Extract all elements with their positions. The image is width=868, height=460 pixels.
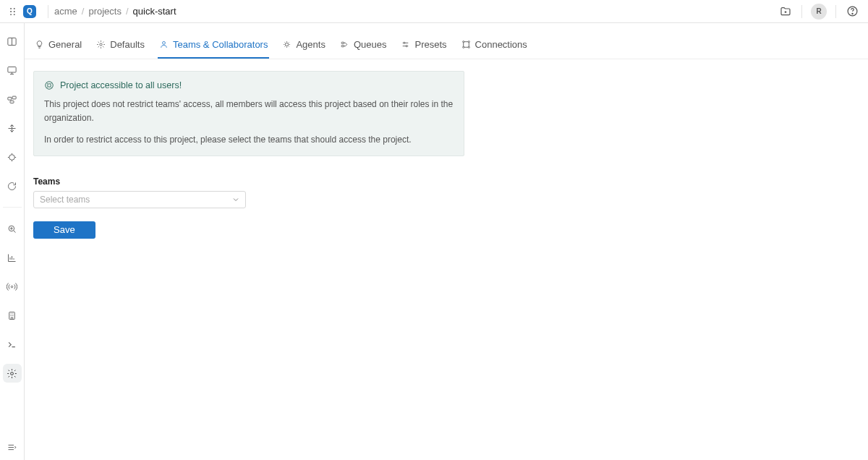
alert-line: In order to restrict access to this proj… [44, 133, 454, 147]
svg-point-4 [14, 11, 15, 12]
panel: Project accessible to all users! This pr… [25, 59, 473, 250]
tab-queues[interactable]: Queues [339, 36, 388, 59]
bulb-icon [35, 40, 44, 49]
svg-point-17 [11, 372, 14, 375]
svg-point-27 [462, 46, 464, 48]
breadcrumb-item[interactable]: acme [54, 6, 77, 17]
svg-point-2 [10, 14, 12, 15]
svg-point-26 [468, 41, 469, 43]
svg-point-15 [11, 286, 13, 288]
body: General Defaults Teams & Collaborators A… [0, 23, 868, 460]
tab-label: Teams & Collaborators [173, 39, 268, 50]
svg-rect-22 [341, 46, 344, 47]
svg-point-24 [407, 46, 408, 47]
terminal-icon[interactable] [3, 335, 22, 354]
panels-icon[interactable] [3, 32, 22, 51]
life-ring-icon [44, 80, 54, 90]
svg-point-0 [10, 7, 12, 9]
tab-label: Connections [475, 39, 527, 50]
building-icon[interactable] [3, 306, 22, 325]
teams-input[interactable] [33, 191, 246, 208]
breadcrumb-current[interactable]: quick-start [133, 6, 176, 17]
help-icon[interactable] [842, 1, 862, 22]
alert-title-row: Project accessible to all users! [44, 80, 454, 90]
info-alert: Project accessible to all users! This pr… [33, 71, 464, 156]
divider [835, 5, 836, 18]
svg-point-25 [462, 41, 464, 43]
svg-point-13 [9, 154, 15, 160]
tab-label: Presets [414, 39, 446, 50]
svg-rect-11 [12, 96, 16, 99]
rail-divider [3, 207, 22, 208]
teams-select[interactable] [33, 191, 246, 208]
tab-presets[interactable]: Presets [399, 36, 448, 59]
broadcast-icon[interactable] [3, 277, 22, 296]
agent-icon [282, 40, 292, 49]
svg-point-30 [48, 84, 51, 88]
svg-rect-9 [8, 67, 16, 72]
monitor-icon[interactable] [3, 61, 22, 80]
cycle-icon[interactable] [3, 176, 22, 195]
target-icon[interactable] [3, 148, 22, 166]
cards-icon[interactable] [3, 90, 22, 108]
svg-point-19 [163, 41, 166, 44]
svg-point-1 [10, 11, 12, 12]
tab-general[interactable]: General [33, 36, 83, 59]
sliders-icon [401, 40, 410, 49]
gear-icon[interactable] [3, 364, 22, 383]
folder-add-icon[interactable] [775, 1, 796, 22]
breadcrumb-sep: / [126, 6, 129, 17]
move-icon[interactable] [3, 119, 22, 137]
tab-label: Agents [296, 39, 325, 50]
topbar: Q acme / projects / quick-start R [0, 0, 868, 23]
save-button[interactable]: Save [33, 221, 95, 239]
alert-title: Project accessible to all users! [60, 80, 182, 90]
network-icon [461, 40, 471, 49]
tab-label: General [48, 39, 82, 50]
breadcrumb-item[interactable]: projects [88, 6, 122, 17]
tab-label: Queues [354, 39, 387, 50]
tab-defaults[interactable]: Defaults [95, 36, 146, 59]
svg-rect-21 [341, 42, 344, 43]
svg-point-18 [100, 43, 102, 46]
chart-icon[interactable] [3, 248, 22, 267]
svg-point-7 [851, 13, 852, 14]
tab-label: Defaults [110, 39, 145, 50]
org-badge[interactable]: Q [23, 5, 36, 18]
queue-icon [340, 40, 349, 49]
tab-teams[interactable]: Teams & Collaborators [158, 36, 270, 59]
svg-point-5 [14, 14, 15, 15]
svg-point-28 [468, 46, 469, 48]
svg-rect-12 [10, 101, 14, 103]
svg-rect-10 [8, 97, 12, 100]
svg-point-23 [404, 42, 405, 43]
alert-body: This project does not restrict teams' ac… [44, 98, 454, 147]
svg-point-20 [286, 43, 289, 46]
expand-sidebar-icon[interactable] [3, 441, 22, 460]
content: General Defaults Teams & Collaborators A… [25, 23, 868, 460]
avatar[interactable]: R [811, 4, 827, 20]
breadcrumb: acme / projects / quick-start [54, 6, 176, 17]
sidebar [0, 23, 25, 460]
breadcrumb-sep: / [82, 6, 85, 17]
tabs: General Defaults Teams & Collaborators A… [25, 23, 868, 59]
gear-icon [96, 40, 106, 49]
user-icon [159, 40, 169, 49]
teams-label: Teams [33, 176, 464, 187]
divider [801, 5, 802, 18]
divider [48, 5, 48, 18]
grip-icon[interactable] [6, 4, 20, 19]
svg-rect-16 [9, 312, 15, 319]
zoom-icon[interactable] [3, 219, 22, 238]
tab-connections[interactable]: Connections [460, 36, 529, 59]
alert-line: This project does not restrict teams' ac… [44, 98, 454, 124]
svg-point-3 [14, 7, 15, 9]
tab-agents[interactable]: Agents [281, 36, 326, 59]
